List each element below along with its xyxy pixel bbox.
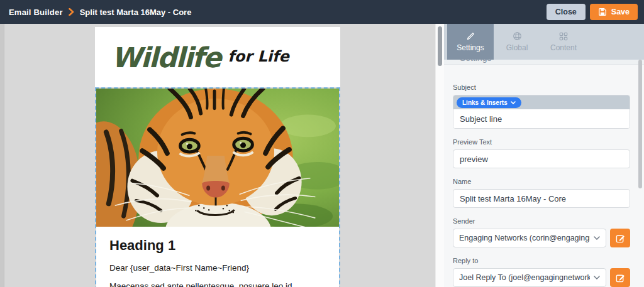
chevron-down-icon xyxy=(511,101,516,104)
settings-panel: Settings Global Content Settings Subject xyxy=(444,24,644,287)
save-button[interactable]: Save xyxy=(590,4,638,20)
email-heading: Heading 1 xyxy=(109,237,326,254)
email-preview-canvas: Wildlife for Life xyxy=(0,24,435,287)
top-header-bar: Email Builder Split test Marta 16May - C… xyxy=(0,0,644,24)
page-title: Split test Marta 16May - Core xyxy=(80,8,192,17)
sender-select[interactable]: Engaging Networks (corin@engagingnetwork… xyxy=(453,229,606,247)
email-logo-block[interactable]: Wildlife for Life xyxy=(95,27,340,87)
name-field: Name xyxy=(453,178,630,208)
name-input[interactable] xyxy=(453,189,630,208)
grid-icon xyxy=(559,31,568,41)
email-document: Wildlife for Life xyxy=(95,27,340,287)
logo-text-secondary: for Life xyxy=(228,48,289,67)
globe-icon xyxy=(513,31,522,41)
subject-toolbar: Links & Inserts xyxy=(453,95,630,109)
sender-label: Sender xyxy=(453,217,630,225)
tiger-photo[interactable] xyxy=(96,89,339,227)
sender-field: Sender Engaging Networks (corin@engaging… xyxy=(453,217,630,247)
pencil-icon xyxy=(466,31,475,41)
reply-to-select[interactable]: Joel Reply To (joel@engagingnetworks.net… xyxy=(453,268,606,287)
subject-label: Subject xyxy=(453,84,630,91)
scrolled-heading-clipped: Settings xyxy=(444,60,644,64)
logo-text-primary: Wildlife xyxy=(111,41,220,73)
links-inserts-button[interactable]: Links & Inserts xyxy=(457,97,521,108)
panel-tabs: Settings Global Content xyxy=(444,24,644,60)
app-title: Email Builder xyxy=(9,8,63,17)
breadcrumb: Email Builder Split test Marta 16May - C… xyxy=(9,8,191,17)
chevron-down-icon xyxy=(594,236,600,240)
canvas-scrollbar[interactable] xyxy=(435,24,444,287)
save-floppy-icon xyxy=(598,8,607,16)
panel-divider xyxy=(444,64,644,65)
tab-settings[interactable]: Settings xyxy=(447,24,494,60)
email-paragraph: Maecenas sed ante pellentesque, posuere … xyxy=(109,281,326,287)
breadcrumb-chevron-icon xyxy=(69,8,74,16)
selected-email-block[interactable]: Heading 1 Dear {user_data~First Name~Fri… xyxy=(95,87,340,287)
subject-field: Subject Links & Inserts xyxy=(453,84,630,129)
reply-to-edit-button[interactable] xyxy=(610,268,630,287)
canvas-left-edge xyxy=(0,24,4,287)
email-text-block[interactable]: Heading 1 Dear {user_data~First Name~Fri… xyxy=(96,227,339,287)
preview-text-field: Preview Text xyxy=(453,138,630,168)
reply-to-label: Reply to xyxy=(453,257,630,264)
canvas-scrollbar-thumb[interactable] xyxy=(438,26,442,66)
email-greeting: Dear {user_data~First Name~Friend} xyxy=(109,263,326,273)
preview-text-input[interactable] xyxy=(453,149,630,168)
subject-input[interactable] xyxy=(453,109,630,128)
close-button[interactable]: Close xyxy=(547,4,586,20)
name-label: Name xyxy=(453,178,630,185)
preview-text-label: Preview Text xyxy=(453,138,630,146)
tab-content[interactable]: Content xyxy=(540,24,587,60)
reply-to-field: Reply to Joel Reply To (joel@engagingnet… xyxy=(453,257,630,287)
panel-scrollbar-thumb[interactable] xyxy=(638,60,642,188)
sender-edit-button[interactable] xyxy=(610,229,630,247)
chevron-down-icon xyxy=(594,276,600,279)
tab-global[interactable]: Global xyxy=(494,24,540,60)
